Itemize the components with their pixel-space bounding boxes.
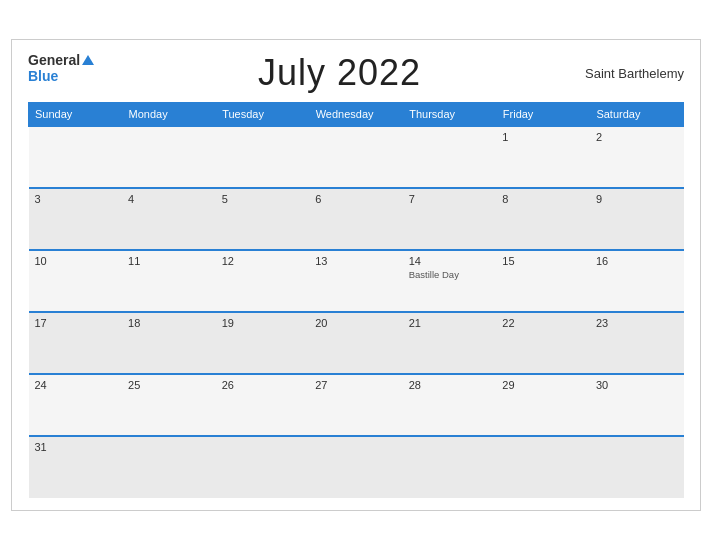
calendar-cell [590,436,684,498]
logo-general-text: General [28,52,80,68]
day-number: 31 [35,441,117,453]
calendar-cell: 24 [29,374,123,436]
calendar-cell: 30 [590,374,684,436]
calendar-cell: 5 [216,188,310,250]
day-number: 9 [596,193,678,205]
day-number: 26 [222,379,304,391]
calendar-cell: 7 [403,188,497,250]
calendar-title: July 2022 [94,52,585,94]
logo: General Blue [28,52,94,84]
calendar-cell: 12 [216,250,310,312]
day-number: 16 [596,255,678,267]
calendar-cell: 14Bastille Day [403,250,497,312]
calendar-cell: 10 [29,250,123,312]
calendar-cell [29,126,123,188]
day-number: 27 [315,379,397,391]
calendar-cell: 6 [309,188,403,250]
calendar-cell [403,436,497,498]
calendar-week-row: 12 [29,126,684,188]
calendar-cell: 25 [122,374,216,436]
calendar-cell [216,436,310,498]
calendar-cell [309,436,403,498]
calendar-cell: 22 [496,312,590,374]
day-number: 8 [502,193,584,205]
day-number: 11 [128,255,210,267]
day-number: 3 [35,193,117,205]
day-number: 12 [222,255,304,267]
day-number: 18 [128,317,210,329]
calendar-cell: 19 [216,312,310,374]
calendar-cell: 15 [496,250,590,312]
calendar-cell [403,126,497,188]
calendar-cell: 3 [29,188,123,250]
weekday-header-sunday: Sunday [29,103,123,127]
calendar-cell: 9 [590,188,684,250]
day-number: 1 [502,131,584,143]
calendar-cell: 20 [309,312,403,374]
calendar-cell [216,126,310,188]
calendar-cell [122,126,216,188]
day-number: 21 [409,317,491,329]
calendar-cell: 17 [29,312,123,374]
day-number: 23 [596,317,678,329]
day-number: 25 [128,379,210,391]
day-number: 22 [502,317,584,329]
day-number: 24 [35,379,117,391]
weekday-header-thursday: Thursday [403,103,497,127]
day-number: 7 [409,193,491,205]
day-number: 14 [409,255,491,267]
calendar-week-row: 31 [29,436,684,498]
day-number: 4 [128,193,210,205]
calendar-week-row: 3456789 [29,188,684,250]
day-number: 19 [222,317,304,329]
calendar-cell: 18 [122,312,216,374]
day-number: 29 [502,379,584,391]
logo-blue-text: Blue [28,68,58,84]
day-number: 28 [409,379,491,391]
calendar-container: General Blue July 2022 Saint Barthelemy … [11,39,701,511]
calendar-grid: SundayMondayTuesdayWednesdayThursdayFrid… [28,102,684,498]
calendar-cell [496,436,590,498]
day-number: 6 [315,193,397,205]
calendar-cell: 16 [590,250,684,312]
calendar-cell: 13 [309,250,403,312]
weekday-header-tuesday: Tuesday [216,103,310,127]
weekday-header-wednesday: Wednesday [309,103,403,127]
calendar-cell: 2 [590,126,684,188]
day-number: 13 [315,255,397,267]
calendar-cell: 28 [403,374,497,436]
calendar-cell: 27 [309,374,403,436]
calendar-cell: 31 [29,436,123,498]
weekday-header-monday: Monday [122,103,216,127]
calendar-cell: 23 [590,312,684,374]
calendar-cell [309,126,403,188]
calendar-cell: 26 [216,374,310,436]
calendar-week-row: 1011121314Bastille Day1516 [29,250,684,312]
weekday-header-friday: Friday [496,103,590,127]
day-number: 15 [502,255,584,267]
calendar-cell: 29 [496,374,590,436]
day-number: 5 [222,193,304,205]
calendar-cell: 21 [403,312,497,374]
calendar-cell: 11 [122,250,216,312]
day-number: 2 [596,131,678,143]
day-number: 20 [315,317,397,329]
calendar-cell: 8 [496,188,590,250]
calendar-cell: 4 [122,188,216,250]
calendar-month-year: July 2022 [94,52,585,94]
event-label: Bastille Day [409,269,491,280]
weekday-header-saturday: Saturday [590,103,684,127]
day-number: 17 [35,317,117,329]
calendar-cell: 1 [496,126,590,188]
calendar-week-row: 24252627282930 [29,374,684,436]
day-number: 10 [35,255,117,267]
calendar-cell [122,436,216,498]
weekday-header-row: SundayMondayTuesdayWednesdayThursdayFrid… [29,103,684,127]
day-number: 30 [596,379,678,391]
calendar-header: General Blue July 2022 Saint Barthelemy [28,52,684,94]
calendar-region: Saint Barthelemy [585,66,684,81]
calendar-week-row: 17181920212223 [29,312,684,374]
logo-triangle-icon [82,55,94,65]
